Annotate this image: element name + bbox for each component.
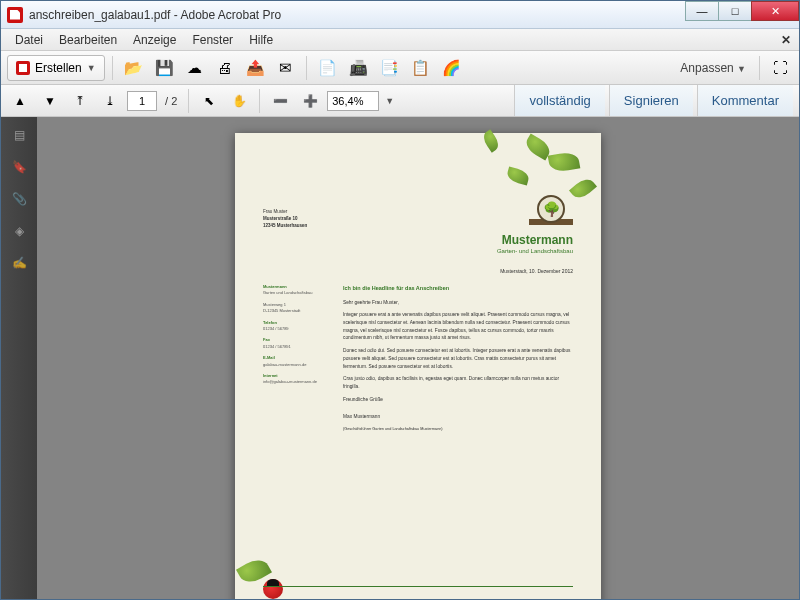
close-button[interactable]: ✕ <box>751 1 799 21</box>
dropdown-arrow-icon[interactable]: ▼ <box>383 96 396 106</box>
attachments-icon[interactable]: 📎 <box>9 189 29 209</box>
menu-help[interactable]: Hilfe <box>241 31 281 49</box>
hand-icon: ✋ <box>232 94 247 108</box>
menu-view[interactable]: Anzeige <box>125 31 184 49</box>
recipient-address: Frau Muster Musterstraße 10 12345 Muster… <box>263 209 307 229</box>
forms-button[interactable]: 📋 <box>407 55 434 81</box>
last-page-icon: ⤓ <box>105 94 115 108</box>
print-button[interactable]: 🖨 <box>212 55 238 81</box>
pdf-page: Frau Muster Musterstraße 10 12345 Muster… <box>235 133 601 599</box>
page-input[interactable]: 1 <box>127 91 157 111</box>
signatures-icon[interactable]: ✍ <box>9 253 29 273</box>
create-button[interactable]: Erstellen ▼ <box>7 55 105 81</box>
content-area: ▤ 🔖 📎 ◈ ✍ <box>1 117 799 599</box>
layers-icon[interactable]: ◈ <box>9 221 29 241</box>
nav-sidebar: ▤ 🔖 📎 ◈ ✍ <box>1 117 37 599</box>
sender-title: (Geschäftsführer Garten und Landschaftsb… <box>343 426 573 432</box>
paragraph: Integer posuere erat a ante venenatis da… <box>343 311 573 342</box>
sender-sidebar: MustermannGarten und Landschaftsbau Must… <box>263 284 331 437</box>
pdf-app-icon <box>7 7 23 23</box>
nav-toolbar: ▲ ▼ ⤒ ⤓ 1 / 2 ⬉ ✋ ➖ ➕ 36,4% ▼ vollständi… <box>1 85 799 117</box>
menu-edit[interactable]: Bearbeiten <box>51 31 125 49</box>
scan-button[interactable]: 📠 <box>345 55 372 81</box>
sender-name: Max Mustermann <box>343 413 573 421</box>
create-label: Erstellen <box>35 61 82 75</box>
main-toolbar: Erstellen ▼ 📂 💾 ☁ 🖨 📤 ✉ 📄 📠 📑 📋 🌈 Anpass… <box>1 51 799 85</box>
tools-panel-button[interactable]: vollständig <box>514 85 604 116</box>
share-button[interactable]: 📤 <box>242 55 269 81</box>
minimize-button[interactable]: — <box>685 1 719 21</box>
filename: anschreiben_galabau1.pdf <box>29 8 170 22</box>
last-page-button[interactable]: ⤓ <box>97 88 123 114</box>
multimedia-button[interactable]: 🌈 <box>438 55 465 81</box>
save-button[interactable]: 💾 <box>151 55 178 81</box>
first-page-button[interactable]: ⤒ <box>67 88 93 114</box>
menu-file[interactable]: Datei <box>7 31 51 49</box>
folder-open-icon: 📂 <box>124 60 143 75</box>
letter-body: Ich bin die Headline für das Anschreiben… <box>343 284 573 437</box>
letter-headline: Ich bin die Headline für das Anschreiben <box>343 284 573 293</box>
envelope-icon: ✉ <box>279 60 292 75</box>
sign-panel-button[interactable]: Signieren <box>609 85 693 116</box>
pdf-icon <box>16 61 30 75</box>
menu-close-icon[interactable]: ✕ <box>779 33 793 47</box>
ladybug-decoration <box>263 579 283 599</box>
letter-date: Musterstadt, 10. Dezember 2012 <box>263 268 573 274</box>
arrow-up-icon: ▲ <box>14 94 26 108</box>
company-tagline: Garten- und Landschaftsbau <box>263 248 573 254</box>
leaf-decoration <box>569 175 597 202</box>
app-name: Adobe Acrobat Pro <box>180 8 281 22</box>
comment-panel-button[interactable]: Kommentar <box>697 85 793 116</box>
company-logo <box>529 195 573 225</box>
rainbow-icon: 🌈 <box>442 60 461 75</box>
thumbnails-icon[interactable]: ▤ <box>9 125 29 145</box>
fullscreen-button[interactable]: ⛶ <box>767 55 793 81</box>
hand-tool[interactable]: ✋ <box>226 88 252 114</box>
window-buttons: — □ ✕ <box>686 1 799 28</box>
dropdown-arrow-icon: ▼ <box>87 63 96 73</box>
salutation: Sehr geehrte Frau Muster, <box>343 299 573 307</box>
menu-window[interactable]: Fenster <box>184 31 241 49</box>
expand-icon: ⛶ <box>773 60 788 75</box>
bookmarks-icon[interactable]: 🔖 <box>9 157 29 177</box>
window-title: anschreiben_galabau1.pdf - Adobe Acrobat… <box>29 8 686 22</box>
document-viewer[interactable]: Frau Muster Musterstraße 10 12345 Muster… <box>37 117 799 599</box>
paragraph: Cras justo odio, dapibus ac facilisis in… <box>343 375 573 390</box>
share-icon: 📤 <box>246 60 265 75</box>
zoom-in-icon: ➕ <box>303 94 318 108</box>
customize-label: Anpassen <box>680 61 733 75</box>
scan-icon: 📠 <box>349 60 368 75</box>
titlebar: anschreiben_galabau1.pdf - Adobe Acrobat… <box>1 1 799 29</box>
company-name: Mustermann <box>263 233 573 247</box>
leaf-decoration <box>480 129 501 152</box>
zoom-in-button[interactable]: ➕ <box>297 88 323 114</box>
email-button[interactable]: ✉ <box>273 55 299 81</box>
maximize-button[interactable]: □ <box>718 1 752 21</box>
cloud-button[interactable]: ☁ <box>182 55 208 81</box>
combine-icon: 📑 <box>380 60 399 75</box>
page-up-button[interactable]: ▲ <box>7 88 33 114</box>
cloud-icon: ☁ <box>187 60 202 75</box>
customize-button[interactable]: Anpassen ▼ <box>674 61 752 75</box>
leaf-decoration <box>548 151 581 174</box>
arrow-down-icon: ▼ <box>44 94 56 108</box>
footer-rule <box>263 586 573 587</box>
open-button[interactable]: 📂 <box>120 55 147 81</box>
zoom-input[interactable]: 36,4% <box>327 91 379 111</box>
zoom-out-button[interactable]: ➖ <box>267 88 293 114</box>
page-count: / 2 <box>161 95 181 107</box>
menubar: Datei Bearbeiten Anzeige Fenster Hilfe ✕ <box>1 29 799 51</box>
export-button[interactable]: 📄 <box>314 55 341 81</box>
zoom-out-icon: ➖ <box>273 94 288 108</box>
app-window: anschreiben_galabau1.pdf - Adobe Acrobat… <box>0 0 800 600</box>
select-tool[interactable]: ⬉ <box>196 88 222 114</box>
leaf-decoration <box>506 166 531 185</box>
print-icon: 🖨 <box>217 60 232 75</box>
page-down-button[interactable]: ▼ <box>37 88 63 114</box>
combine-button[interactable]: 📑 <box>376 55 403 81</box>
cursor-icon: ⬉ <box>204 94 214 108</box>
first-page-icon: ⤒ <box>75 94 85 108</box>
save-icon: 💾 <box>155 60 174 75</box>
paragraph: Donec sed odio dui. Sed posuere consecte… <box>343 347 573 370</box>
forms-icon: 📋 <box>411 60 430 75</box>
